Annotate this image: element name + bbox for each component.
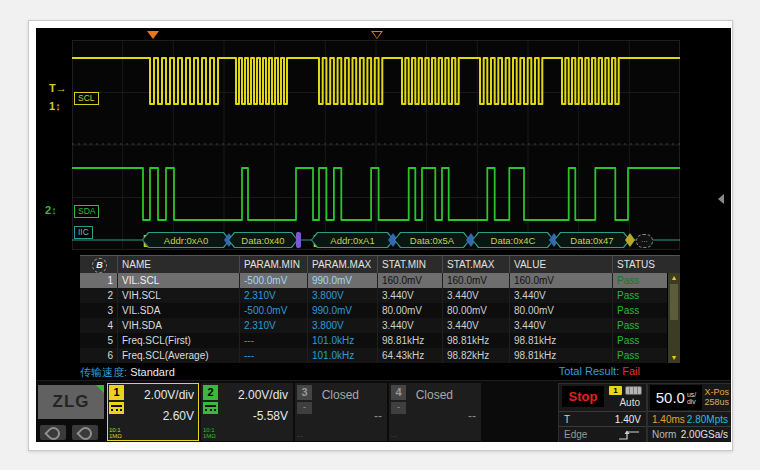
col-header-param-min: PARAM.MIN bbox=[240, 256, 308, 273]
bus-column-header: B bbox=[80, 256, 118, 273]
trigger-source-badges: 1 bbox=[609, 386, 642, 395]
channel3-offset: -- bbox=[374, 409, 382, 423]
channel3-state: Closed bbox=[322, 388, 359, 402]
run-stop-indicator[interactable]: Stop bbox=[562, 386, 604, 407]
channel2-offset: -5.58V bbox=[253, 409, 288, 423]
scope-screen: T→ 1↕ 2↕ SCL SDA IIC [Addr:0xA0Data:0x40… bbox=[36, 28, 731, 442]
ch1-position-marker[interactable]: 1↕ bbox=[49, 100, 61, 112]
channel1-block[interactable]: 1 10:11MΩ 2.00V/div 2.60V bbox=[107, 383, 199, 441]
transfer-speed-label: 传输速度: bbox=[80, 366, 127, 378]
decode-separator-diamond-icon bbox=[625, 233, 635, 247]
delay-position-marker-inner bbox=[373, 32, 381, 38]
channel1-volts-per-div: 2.00V/div bbox=[144, 388, 194, 402]
panel-collapse-arrow-icon[interactable] bbox=[718, 194, 724, 204]
trigger-level-marker[interactable]: T→ bbox=[49, 82, 67, 94]
transfer-speed: 传输速度: Standard bbox=[80, 365, 175, 380]
decode-restart-marker bbox=[296, 232, 301, 248]
horizontal-position: X-Pos 258us bbox=[704, 387, 729, 407]
col-header-value: VALUE bbox=[510, 256, 613, 273]
table-row[interactable]: 6Freq.SCL(Average)---101.0kHz64.43kHz98.… bbox=[80, 348, 680, 363]
channel4-offset: -- bbox=[468, 409, 476, 423]
logo-corner-triangle bbox=[96, 385, 104, 393]
timebase-scale-value: 50.0 bbox=[656, 389, 685, 406]
ch2-position-marker[interactable]: 2↕ bbox=[45, 204, 57, 216]
bottom-bar: ZLG 1 10:11MΩ 2.00V/div 2.60V 2 10:11MΩ … bbox=[36, 380, 731, 442]
measure-table: B NAME PARAM.MIN PARAM.MAX STAT.MIN STAT… bbox=[80, 255, 680, 363]
col-header-param-max: PARAM.MAX bbox=[308, 256, 378, 273]
trigger-block[interactable]: Stop 1 Auto T 1.40V Edge bbox=[558, 383, 647, 442]
channel1-probe-ratio: 10:11MΩ bbox=[109, 427, 122, 439]
channel3-probe-ratio: -·- bbox=[297, 433, 303, 439]
channel4-coupling-icon: - bbox=[391, 402, 406, 414]
record-row: 1.40ms 2.80Mpts bbox=[648, 411, 731, 427]
measure-table-header: B NAME PARAM.MIN PARAM.MAX STAT.MIN STAT… bbox=[80, 256, 680, 273]
channel2-probe-ratio: 10:11MΩ bbox=[203, 427, 216, 439]
total-result-label: Total Result: bbox=[559, 365, 620, 377]
channel1-offset: 2.60V bbox=[163, 409, 194, 423]
decode-frame-badge: Data:0x47 bbox=[554, 232, 630, 248]
sda-bus-label: SDA bbox=[74, 205, 99, 218]
zlg-logo-text: ZLG bbox=[53, 392, 90, 411]
acquisition-row: Norm 2.00GSa/s bbox=[648, 426, 731, 442]
trigger-type-row: Edge bbox=[559, 426, 646, 442]
channel2-block[interactable]: 2 10:11MΩ 2.00V/div -5.58V bbox=[201, 383, 293, 441]
touch-gesture-icon-2[interactable] bbox=[72, 425, 98, 440]
total-result: Total Result: Fail bbox=[559, 365, 640, 380]
trigger-level-label: T bbox=[49, 82, 56, 94]
zlg-logo: ZLG bbox=[38, 385, 104, 419]
waveform-display bbox=[72, 40, 680, 250]
timebase-scale-unit: us/div bbox=[687, 391, 696, 405]
scrollbar-thumb[interactable] bbox=[670, 284, 678, 320]
channel4-block[interactable]: 4 - -·- Closed -- bbox=[389, 383, 481, 441]
decode-frame-badge: Data:0x40 bbox=[228, 232, 298, 248]
touch-gesture-icon-1[interactable] bbox=[40, 425, 66, 440]
channel3-block[interactable]: 3 - -·- Closed -- bbox=[295, 383, 387, 441]
measure-table-body: 1VIL.SCL-500.0mV990.0mV160.0mV160.0mV160… bbox=[80, 273, 680, 363]
decode-frame-badge: Addr:0xA1 bbox=[311, 232, 394, 248]
decode-frame-label: Addr:0xA1 bbox=[330, 235, 374, 246]
channel2-badge: 2 bbox=[203, 385, 218, 400]
record-length-points: 2.80Mpts bbox=[687, 412, 728, 427]
scl-bus-label: SCL bbox=[74, 92, 99, 105]
rising-edge-icon bbox=[617, 429, 641, 442]
x-pos-label: X-Pos bbox=[704, 387, 729, 397]
channel1-dc-coupling-icon bbox=[109, 402, 124, 414]
trigger-sweep-mode: Auto bbox=[619, 397, 640, 408]
record-length-time: 1.40ms bbox=[652, 412, 685, 427]
col-header-name: NAME bbox=[118, 256, 240, 273]
status-line: 传输速度: Standard Total Result: Fail bbox=[80, 365, 640, 380]
channel4-probe-ratio: -·- bbox=[391, 433, 397, 439]
channel4-state: Closed bbox=[416, 388, 453, 402]
table-row[interactable]: 3VIL.SDA-500.0mV990.0mV80.00mV80.00mV80.… bbox=[80, 303, 680, 318]
col-header-stat-max: STAT.MAX bbox=[443, 256, 510, 273]
decode-frame-badge: Addr:0xA0 bbox=[142, 232, 230, 248]
decode-frame-label: Addr:0xA0 bbox=[164, 235, 208, 246]
trigger-level-value: 1.40V bbox=[615, 412, 641, 427]
scroll-down-icon[interactable]: ▼ bbox=[668, 354, 680, 362]
decode-frame-label: Data:0x47 bbox=[570, 235, 613, 246]
trigger-position-marker[interactable] bbox=[147, 31, 159, 39]
delay-position-marker[interactable] bbox=[371, 31, 383, 39]
channel3-badge: 3 bbox=[297, 385, 312, 400]
total-result-value: Fail bbox=[622, 365, 640, 377]
timebase-scale-box[interactable]: 50.0 us/div bbox=[650, 385, 702, 410]
acquisition-mode: Norm bbox=[652, 427, 676, 442]
col-header-status: STATUS bbox=[613, 256, 668, 273]
table-row[interactable]: 1VIL.SCL-500.0mV990.0mV160.0mV160.0mV160… bbox=[80, 273, 680, 288]
table-row[interactable]: 2VIH.SCL2.310V3.800V3.440V3.440V3.440VPa… bbox=[80, 288, 680, 303]
trigger-level-row: T 1.40V bbox=[559, 411, 646, 427]
channel3-coupling-icon: - bbox=[297, 402, 312, 414]
bus-b-icon: B bbox=[92, 258, 107, 273]
decode-frame-badge: Data:0x4C bbox=[472, 232, 554, 248]
table-row[interactable]: 5Freq.SCL(First)---101.0kHz98.81kHz98.81… bbox=[80, 333, 680, 348]
decode-row: [Addr:0xA0Data:0x40[Addr:0xA1Data:0x5ADa… bbox=[72, 232, 680, 249]
x-pos-value: 258us bbox=[704, 397, 729, 407]
table-row[interactable]: 4VIH.SDA2.310V3.800V3.440V3.440V3.440VPa… bbox=[80, 318, 680, 333]
trigger-source-badge: 1 bbox=[609, 386, 622, 395]
scroll-up-icon[interactable]: ▲ bbox=[668, 274, 680, 282]
timebase-block[interactable]: 50.0 us/div X-Pos 258us 1.40ms 2.80Mpts … bbox=[647, 383, 731, 442]
waveform-svg bbox=[72, 40, 680, 250]
oscilloscope-app: T→ 1↕ 2↕ SCL SDA IIC [Addr:0xA0Data:0x40… bbox=[0, 0, 760, 470]
table-scrollbar[interactable]: ▲ ▼ bbox=[667, 273, 680, 363]
trigger-pattern-icon bbox=[625, 386, 642, 395]
